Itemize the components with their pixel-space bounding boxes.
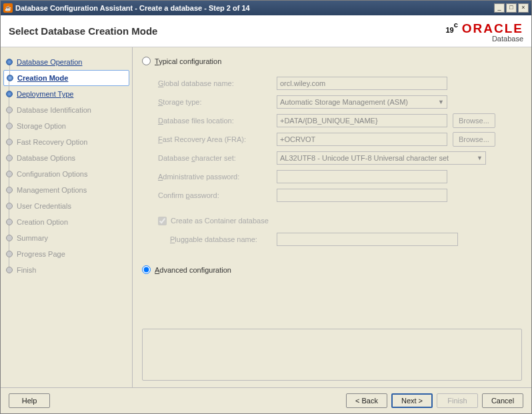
header-bar: Select Database Creation Mode 19c ORACLE… <box>1 15 531 47</box>
sidebar-item-creation-option: Creation Option <box>3 214 129 230</box>
finish-button: Finish <box>437 393 478 408</box>
sidebar-item-database-identification: Database Identification <box>3 102 129 118</box>
java-icon: ☕ <box>3 3 13 13</box>
typical-config-form: Global database name: Storage type: Auto… <box>158 72 522 251</box>
sidebar-item-management-options: Management Options <box>3 182 129 198</box>
titlebar: ☕ Database Configuration Assistant - Cre… <box>1 1 531 15</box>
admin-password-label: Administrative password: <box>158 173 277 181</box>
close-button[interactable]: × <box>518 3 529 13</box>
container-db-checkbox <box>158 217 167 225</box>
sidebar-item-fast-recovery-option: Fast Recovery Option <box>3 134 129 150</box>
global-db-name-label: Global database name: <box>158 79 277 87</box>
maximize-button[interactable]: □ <box>506 3 517 13</box>
sidebar-item-summary: Summary <box>3 230 129 246</box>
pdb-name-input <box>277 233 458 246</box>
window-title: Database Configuration Assistant - Creat… <box>15 4 494 12</box>
sidebar-item-storage-option: Storage Option <box>3 118 129 134</box>
db-files-location-label: Database files location: <box>158 117 277 125</box>
advanced-config-label: Advanced configuration <box>155 266 231 274</box>
db-files-browse-button: Browse... <box>453 113 495 128</box>
global-db-name-input <box>277 77 447 90</box>
typical-config-label: Typical configuration <box>155 57 221 65</box>
window-controls: _ □ × <box>494 3 529 13</box>
message-area <box>142 329 522 381</box>
footer-bar: Help < Back Next > Finish Cancel <box>1 387 531 413</box>
brand-logo: 19c ORACLE Database <box>445 19 523 43</box>
main-panel: Typical configuration Global database na… <box>133 47 531 387</box>
fra-input <box>277 133 447 146</box>
fra-browse-button: Browse... <box>453 132 495 147</box>
chevron-down-icon: ▼ <box>477 155 483 161</box>
storage-type-label: Storage type: <box>158 98 277 106</box>
help-button[interactable]: Help <box>9 393 50 408</box>
confirm-password-input <box>277 189 447 202</box>
sidebar-item-database-operation[interactable]: Database Operation <box>3 54 129 70</box>
cancel-button[interactable]: Cancel <box>482 393 523 408</box>
sidebar-item-creation-mode[interactable]: Creation Mode <box>3 70 129 86</box>
fra-label: Fast Recovery Area (FRA): <box>158 135 277 143</box>
step-list: Database Operation Creation Mode Deploym… <box>3 54 129 278</box>
typical-config-radio[interactable] <box>142 57 151 65</box>
sidebar-item-deployment-type[interactable]: Deployment Type <box>3 86 129 102</box>
admin-password-input <box>277 170 447 183</box>
wizard-sidebar: Database Operation Creation Mode Deploym… <box>1 47 133 387</box>
charset-select: AL32UTF8 - Unicode UTF-8 Universal chara… <box>277 151 486 165</box>
advanced-config-radio[interactable] <box>142 265 151 274</box>
page-title: Select Database Creation Mode <box>9 25 445 37</box>
sidebar-item-progress-page: Progress Page <box>3 246 129 262</box>
sidebar-item-database-options: Database Options <box>3 150 129 166</box>
pdb-name-label: Pluggable database name: <box>170 235 277 243</box>
next-button[interactable]: Next > <box>391 393 433 408</box>
charset-label: Database character set: <box>158 154 277 162</box>
sidebar-item-configuration-options: Configuration Options <box>3 166 129 182</box>
typical-config-option[interactable]: Typical configuration <box>142 57 522 65</box>
confirm-password-label: Confirm password: <box>158 191 277 199</box>
product-name: Database <box>462 35 523 43</box>
minimize-button[interactable]: _ <box>494 3 505 13</box>
storage-type-select: Automatic Storage Management (ASM)▼ <box>277 95 447 109</box>
container-db-label: Create as Container database <box>171 217 269 225</box>
oracle-wordmark: ORACLE <box>462 21 523 35</box>
advanced-config-option[interactable]: Advanced configuration <box>142 265 522 274</box>
chevron-down-icon: ▼ <box>438 99 444 105</box>
db-files-location-input <box>277 114 447 127</box>
sidebar-item-finish: Finish <box>3 262 129 278</box>
sidebar-item-user-credentials: User Credentials <box>3 198 129 214</box>
back-button[interactable]: < Back <box>346 393 387 408</box>
